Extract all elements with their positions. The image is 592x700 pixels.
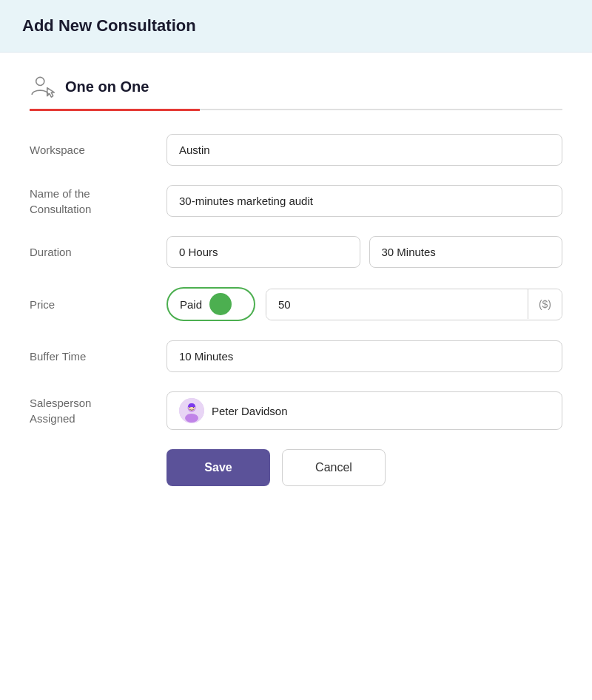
tab-one-on-one[interactable]: One on One — [30, 75, 562, 110]
toggle-circle-icon — [209, 293, 232, 315]
duration-hours-input[interactable] — [166, 236, 360, 268]
workspace-control — [166, 134, 562, 166]
salesperson-control[interactable]: Peter Davidson — [166, 391, 562, 430]
avatar — [179, 398, 204, 423]
price-toggle[interactable]: Paid — [166, 287, 255, 321]
currency-symbol: ($) — [528, 289, 562, 319]
workspace-input[interactable] — [166, 134, 562, 166]
button-row: Save Cancel — [30, 449, 562, 486]
price-toggle-label: Paid — [180, 298, 202, 311]
cancel-button[interactable]: Cancel — [282, 449, 386, 486]
salesperson-name: Peter Davidson — [212, 405, 288, 417]
workspace-label: Workspace — [30, 142, 152, 158]
duration-row: Duration — [30, 236, 562, 268]
buffer-time-label: Buffer Time — [30, 349, 152, 364]
svg-marker-1 — [47, 88, 55, 98]
buffer-time-control — [166, 340, 562, 372]
workspace-row: Workspace — [30, 134, 562, 166]
svg-point-4 — [185, 414, 198, 423]
salesperson-selector[interactable]: Peter Davidson — [166, 391, 562, 430]
save-button[interactable]: Save — [166, 449, 270, 486]
duration-label: Duration — [30, 244, 152, 260]
price-input[interactable] — [266, 289, 528, 320]
buffer-time-input[interactable] — [166, 340, 562, 372]
duration-minutes-input[interactable] — [369, 236, 563, 268]
modal-header: Add New Consultation — [0, 0, 592, 53]
tab-active-indicator — [30, 109, 200, 111]
price-row: Price Paid ($) — [30, 287, 562, 321]
salesperson-label: SalespersonAssigned — [30, 395, 152, 426]
price-control: Paid ($) — [166, 287, 562, 321]
buffer-time-row: Buffer Time — [30, 340, 562, 372]
price-input-wrap: ($) — [266, 289, 562, 320]
svg-point-0 — [36, 77, 44, 85]
one-on-one-icon — [30, 75, 58, 98]
consultation-name-control — [166, 185, 562, 217]
consultation-name-input[interactable] — [166, 185, 562, 217]
consultation-name-label: Name of theConsultation — [30, 186, 152, 217]
salesperson-row: SalespersonAssigned — [30, 391, 562, 430]
tab-label: One on One — [65, 78, 149, 95]
modal-content: One on One Workspace Name of theConsulta… — [0, 53, 592, 516]
consultation-name-row: Name of theConsultation — [30, 185, 562, 217]
duration-control — [166, 236, 562, 268]
modal-title: Add New Consultation — [22, 16, 570, 36]
price-label: Price — [30, 297, 152, 312]
